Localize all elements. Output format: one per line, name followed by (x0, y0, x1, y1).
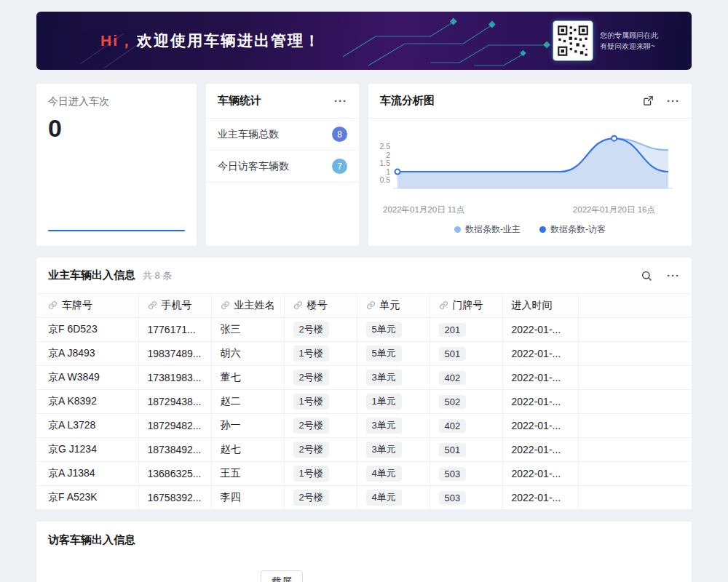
today-entries-value: 0 (48, 114, 185, 143)
svg-text:0.5: 0.5 (379, 175, 390, 184)
table-cell: 4单元 (357, 462, 430, 486)
table-cell: 2022-01-... (502, 486, 578, 510)
column-header[interactable]: 单元 (357, 294, 430, 318)
table-cell: 502 (430, 390, 502, 414)
table-cell: 2号楼 (284, 486, 357, 510)
more-menu-button[interactable]: ··· (667, 270, 680, 281)
table-cell: 13686325... (138, 462, 211, 486)
column-header-label: 门牌号 (453, 299, 483, 311)
table-cell: 5单元 (357, 342, 430, 366)
today-entries-card: 今日进入车次 0 (36, 84, 197, 246)
qr-code (553, 21, 593, 60)
owner-table-header-icons: ··· (641, 270, 680, 282)
table-cell: 501 (430, 438, 502, 462)
banner-greeting-text: 欢迎使用车辆进出管理！ (137, 32, 321, 49)
svg-text:1.5: 1.5 (379, 159, 390, 167)
qr-caption: 您的专属顾问在此 有疑问欢迎来聊~ (600, 30, 658, 52)
tag-pill: 201 (439, 323, 467, 337)
column-header[interactable]: 车牌号 (36, 294, 138, 318)
field-link-icon (439, 300, 448, 310)
table-row[interactable]: 京A L372818729482...孙一2号楼3单元4022022-01-..… (36, 414, 692, 438)
column-header[interactable]: 进入时间 (502, 294, 578, 318)
banner-title: Hi，欢迎使用车辆进出管理！ (100, 31, 321, 51)
column-header[interactable]: 业主姓名 (211, 294, 284, 318)
table-cell: 3单元 (357, 366, 430, 390)
tag-pill: 503 (439, 491, 467, 505)
more-menu-button[interactable]: ··· (334, 95, 347, 106)
qr-code-pattern-icon (556, 24, 590, 57)
tag-pill: 4单元 (366, 490, 402, 506)
table-cell: 张三 (211, 318, 284, 342)
dashboard-page: Hi，欢迎使用车辆进出管理！ (0, 0, 728, 582)
vehicle-stats-header: 车辆统计 ··· (206, 84, 359, 119)
table-cell-filler (578, 366, 692, 390)
table-cell: 402 (430, 414, 502, 438)
tag-pill: 503 (439, 467, 467, 481)
table-cell-filler (578, 486, 692, 510)
column-header-label: 业主姓名 (234, 299, 275, 311)
tag-pill: 4单元 (366, 466, 402, 482)
table-row[interactable]: 京A W384917381983...董七2号楼3单元4022022-01-..… (36, 366, 692, 390)
table-cell: 2022-01-... (502, 438, 578, 462)
table-cell: 1776171... (138, 318, 211, 342)
traffic-chart-card: 车流分析图 ··· 0.511.522.5 2022年01月20日 11点 20… (368, 84, 692, 246)
traffic-chart-title: 车流分析图 (380, 94, 435, 108)
svg-text:1: 1 (386, 167, 390, 176)
tag-pill: 3单元 (366, 442, 402, 458)
stats-list-item: 业主车辆总数8 (206, 119, 359, 151)
table-cell: 5单元 (357, 318, 430, 342)
visitor-table-card: 访客车辆出入信息 载屏 (36, 522, 692, 582)
stats-item-label: 今日访客车辆数 (218, 160, 289, 173)
table-row[interactable]: 京A K839218729438...赵二1号楼1单元5022022-01-..… (36, 390, 692, 414)
table-cell: 4单元 (357, 486, 430, 510)
svg-text:2: 2 (386, 151, 390, 159)
banner-greeting-hi: Hi， (100, 32, 135, 49)
tag-pill: 3单元 (366, 418, 402, 434)
vehicle-stats-title: 车辆统计 (218, 94, 261, 108)
partial-button[interactable]: 载屏 (261, 570, 303, 582)
table-cell: 503 (430, 486, 502, 510)
table-row[interactable]: 京F A523K16758392...李四2号楼4单元5032022-01-..… (36, 486, 692, 510)
export-button[interactable] (643, 95, 654, 106)
table-cell: 胡六 (211, 342, 284, 366)
tag-pill: 1号楼 (293, 466, 329, 482)
stat-cards-row: 今日进入车次 0 车辆统计 ··· 业主车辆总数8今日访客车辆数7 车流分析图 (36, 84, 692, 246)
owner-table-title: 业主车辆出入信息 (48, 268, 135, 282)
table-row[interactable]: 京A J849319837489...胡六1号楼5单元5012022-01-..… (36, 342, 692, 366)
table-cell-filler (578, 390, 692, 414)
field-link-icon (221, 300, 230, 310)
table-cell: 2022-01-... (502, 390, 578, 414)
chart-x-axis-labels: 2022年01月20日 11点 2022年01月20日 16点 (368, 204, 692, 216)
line-chart: 0.511.522.5 (368, 119, 692, 204)
table-row[interactable]: 京A J138413686325...王五1号楼4单元5032022-01-..… (36, 462, 692, 486)
column-header[interactable]: 楼号 (284, 294, 357, 318)
tag-pill: 402 (439, 419, 467, 433)
column-header[interactable]: 门牌号 (430, 294, 502, 318)
table-cell: 京A L3728 (36, 414, 138, 438)
more-menu-button[interactable]: ··· (667, 95, 680, 106)
search-icon (641, 270, 652, 282)
legend-label: 数据条数-访客 (550, 223, 606, 236)
legend-item[interactable]: 数据条数-业主 (454, 223, 521, 236)
table-row[interactable]: 京G J123418738492...赵七2号楼3单元5012022-01-..… (36, 438, 692, 462)
table-cell: 2号楼 (284, 438, 357, 462)
table-cell: 2022-01-... (502, 342, 578, 366)
table-cell-filler (578, 414, 692, 438)
table-cell: 京A K8392 (36, 390, 138, 414)
traffic-chart-header: 车流分析图 ··· (368, 84, 692, 119)
column-header[interactable]: 手机号 (138, 294, 211, 318)
table-cell: 京A J8493 (36, 342, 138, 366)
tag-pill: 2号楼 (293, 322, 329, 338)
table-cell: 17381983... (138, 366, 211, 390)
legend-item[interactable]: 数据条数-访客 (539, 223, 606, 236)
banner-consultant-area: 您的专属顾问在此 有疑问欢迎来聊~ (553, 21, 658, 60)
search-button[interactable] (641, 270, 652, 282)
table-cell: 董七 (211, 366, 284, 390)
table-cell: 3单元 (357, 414, 430, 438)
table-cell: 赵二 (211, 390, 284, 414)
welcome-banner: Hi，欢迎使用车辆进出管理！ (36, 12, 692, 70)
tag-pill: 2号楼 (293, 418, 329, 434)
tag-pill: 3单元 (366, 370, 402, 386)
table-row[interactable]: 京F 6D5231776171...张三2号楼5单元2012022-01-... (36, 318, 692, 342)
table-cell-filler (578, 438, 692, 462)
